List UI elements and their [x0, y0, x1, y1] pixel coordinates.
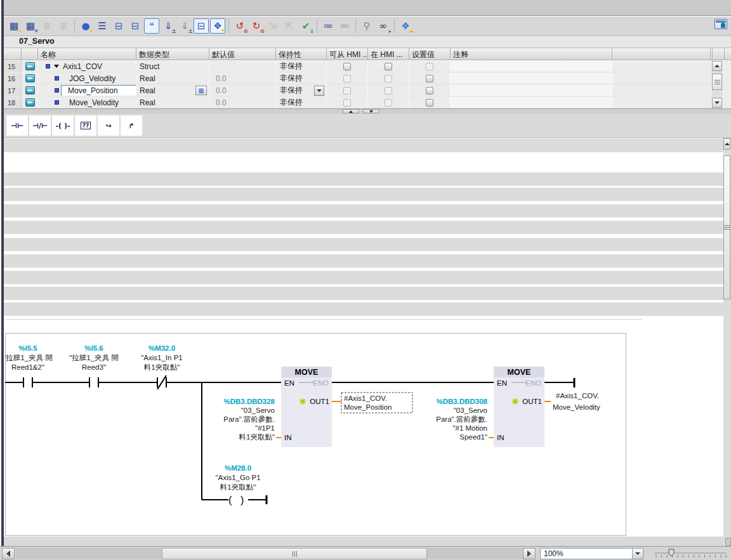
snapshot-values-icon[interactable]: ⇓±: [177, 18, 192, 34]
collapsed-network[interactable]: [4, 271, 723, 284]
collapsed-network[interactable]: [4, 188, 723, 201]
col-header-setpoint[interactable]: 设置值: [409, 48, 451, 60]
create-snapshot-icon[interactable]: ❖✶: [210, 18, 225, 34]
hmi-visible-checkbox[interactable]: [385, 87, 392, 94]
col-header-rownum[interactable]: [4, 48, 22, 60]
datatype-cell[interactable]: Real: [136, 97, 209, 108]
name-cell[interactable]: Move_Velodity: [38, 97, 136, 108]
svg-text:#Axis1_COV.[interactable]: #Axis1_COV.: [344, 394, 387, 402]
retain-cell[interactable]: 非保持: [276, 97, 327, 108]
scroll-up-button[interactable]: [723, 138, 730, 150]
datatype-cell[interactable]: Real: [136, 73, 209, 84]
horizontal-scroll-thumb[interactable]: [162, 548, 427, 559]
copy-start-to-snapshot-icon[interactable]: ⇱: [282, 18, 297, 34]
zoom-slider[interactable]: [652, 547, 728, 560]
svg-text:Move_Position[interactable]: Move_Position: [344, 403, 392, 411]
svg-text:#Axis1_COV.[interactable]: #Axis1_COV.: [556, 392, 599, 400]
scroll-right-button[interactable]: [523, 548, 536, 559]
svg-text:%DB3.DBD308[interactable]: %DB3.DBD308: [436, 398, 487, 405]
table-vertical-scrollbar[interactable]: [712, 61, 723, 108]
editor-vertical-scrollbar[interactable]: [723, 138, 731, 546]
collapsed-network[interactable]: [4, 221, 723, 234]
zoom-dropdown-button[interactable]: [632, 549, 643, 559]
scroll-up-button[interactable]: [712, 61, 722, 71]
reset-start-values-icon[interactable]: ↺⊗: [232, 18, 247, 34]
col-header-datatype[interactable]: 数据类型: [136, 48, 209, 60]
scroll-thumb[interactable]: [723, 155, 730, 299]
hmi-accessible-checkbox[interactable]: [343, 87, 351, 94]
row-number[interactable]: 17: [4, 85, 22, 96]
collapsed-network[interactable]: [4, 303, 723, 316]
expand-rows-icon[interactable]: ≔: [320, 18, 336, 34]
scroll-left-button[interactable]: [2, 548, 15, 559]
setpoint-checkbox[interactable]: [426, 99, 433, 107]
col-header-hmi-visible[interactable]: 在 HMI ...: [368, 48, 409, 60]
copy-snapshot-to-start-icon[interactable]: ⇲: [265, 18, 280, 34]
move-block-2[interactable]: MOVE EN ENO OUT1 IN: [494, 367, 544, 447]
setpoint-checkbox[interactable]: [426, 87, 433, 94]
move-block-1[interactable]: MOVE EN ENO OUT1 IN: [281, 367, 332, 447]
retain-dropdown-button[interactable]: [314, 86, 324, 96]
find-replace-icon[interactable]: ⚲: [359, 18, 374, 34]
svg-text:%I5.6[interactable]: %I5.6: [84, 344, 103, 352]
comment-cell[interactable]: [451, 61, 612, 72]
coil-button[interactable]: -( )-: [52, 115, 74, 136]
add-object-icon[interactable]: ●✶: [78, 18, 93, 34]
comment-cell[interactable]: [451, 73, 612, 84]
download-values-icon[interactable]: ⇓±: [161, 18, 176, 34]
hmi-accessible-checkbox[interactable]: [343, 99, 351, 107]
col-header-retain[interactable]: 保持性: [276, 48, 327, 60]
collapsed-network[interactable]: [4, 204, 723, 218]
insert-row-below-icon[interactable]: ≣✶: [56, 18, 71, 34]
col-header-icon[interactable]: [22, 48, 38, 60]
collapse-members-icon[interactable]: ⊟: [128, 18, 143, 34]
name-edit-box[interactable]: Move_Position: [61, 85, 136, 96]
setpoint-checkbox[interactable]: [426, 75, 433, 82]
hmi-accessible-checkbox[interactable]: [343, 63, 351, 70]
col-header-default[interactable]: 默认值: [209, 48, 276, 60]
detach-pane-icon[interactable]: [715, 19, 727, 29]
scroll-down-button[interactable]: [712, 98, 722, 108]
close-branch-button[interactable]: ↱: [121, 115, 142, 136]
hmi-visible-checkbox[interactable]: [385, 75, 392, 82]
expand-arrow-icon[interactable]: [54, 65, 59, 68]
load-start-values-icon[interactable]: ✔⇓: [298, 18, 313, 34]
row-number[interactable]: 15: [4, 61, 22, 72]
reset-retentive-values-icon[interactable]: ↻⊗: [249, 18, 264, 34]
open-branch-button[interactable]: ↪: [98, 115, 119, 136]
comment-cell[interactable]: [451, 85, 612, 96]
sort-order-icon[interactable]: ☰: [95, 18, 110, 34]
insert-row-above-icon[interactable]: ≣✶: [39, 18, 55, 34]
svg-text:%I5.5[interactable]: %I5.5: [18, 344, 37, 352]
table-scroll-up-mini-button[interactable]: [343, 109, 359, 114]
datatype-cell[interactable]: Struct: [136, 61, 209, 72]
row-number[interactable]: 16: [4, 73, 22, 84]
row-number[interactable]: 18: [4, 97, 22, 108]
no-contact-button[interactable]: ⊣⊢: [6, 115, 28, 136]
col-header-comment[interactable]: 注释: [451, 48, 612, 60]
svg-text:Move_Velodity[interactable]: Move_Velodity: [553, 403, 600, 411]
scroll-thumb[interactable]: [712, 74, 722, 90]
default-value-cell[interactable]: 0.0: [209, 97, 276, 108]
empty-box-button[interactable]: ??: [75, 115, 96, 136]
datatype-picker-button[interactable]: ▦: [195, 86, 207, 95]
svg-text:%DB3.DBD328[interactable]: %DB3.DBD328: [223, 398, 275, 405]
setpoint-checkbox[interactable]: [426, 63, 433, 70]
col-header-hmi-accessible[interactable]: 可从 HMI ...: [327, 48, 368, 60]
collapsed-network[interactable]: [4, 254, 723, 268]
zoom-slider-thumb[interactable]: [669, 549, 674, 556]
name-cell[interactable]: Move_Position: [38, 85, 136, 96]
name-cell[interactable]: Axis1_COV: [38, 61, 136, 72]
name-cell[interactable]: JOG_Velodity: [38, 73, 136, 84]
retain-cell[interactable]: 非保持: [276, 61, 327, 72]
collapsed-network[interactable]: [4, 139, 723, 152]
default-value-cell[interactable]: [209, 61, 276, 72]
collapsed-network[interactable]: [4, 287, 723, 300]
retain-cell[interactable]: 非保持: [276, 85, 327, 96]
overview-icon[interactable]: ❖▰: [398, 18, 413, 34]
hmi-accessible-checkbox[interactable]: [343, 75, 351, 82]
comment-toggle-icon[interactable]: ❝: [144, 18, 159, 34]
nc-contact-button[interactable]: ⊣/⊢: [29, 115, 51, 136]
zoom-level-combobox[interactable]: 100%: [540, 548, 643, 559]
expanded-mode-icon[interactable]: ⊟: [194, 18, 209, 34]
